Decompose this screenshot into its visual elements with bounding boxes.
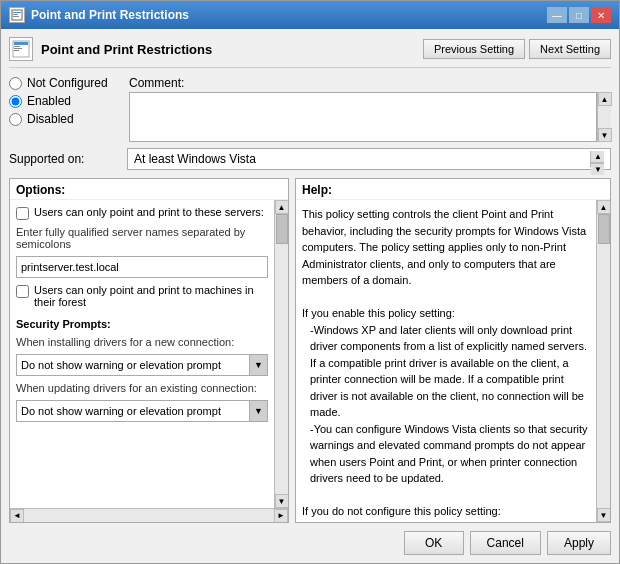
enabled-label: Enabled xyxy=(27,94,71,108)
when-updating-arrow[interactable]: ▼ xyxy=(249,401,267,421)
next-setting-button[interactable]: Next Setting xyxy=(529,39,611,59)
help-paragraph-2: If you enable this policy setting: xyxy=(302,305,590,322)
scroll-down-arrow[interactable]: ▼ xyxy=(598,128,612,142)
when-updating-value: Do not show warning or elevation prompt xyxy=(17,405,249,417)
help-content: This policy setting controls the client … xyxy=(296,200,596,522)
supported-scroll-up[interactable]: ▲ xyxy=(591,151,604,163)
help-scrollbar: ▲ ▼ xyxy=(596,200,610,522)
scroll-up-arrow[interactable]: ▲ xyxy=(598,92,612,106)
window-icon xyxy=(9,7,25,23)
when-installing-arrow[interactable]: ▼ xyxy=(249,355,267,375)
svg-rect-1 xyxy=(13,12,21,13)
content-area: Point and Print Restrictions Previous Se… xyxy=(1,29,619,563)
forest-checkbox[interactable] xyxy=(16,285,29,298)
servers-checkbox-row: Users can only point and print to these … xyxy=(16,206,268,220)
supported-scroll-down[interactable]: ▼ xyxy=(591,163,604,175)
title-controls: — □ ✕ xyxy=(547,7,611,23)
not-configured-radio[interactable] xyxy=(9,77,22,90)
forest-checkbox-row: Users can only point and print to machin… xyxy=(16,284,268,308)
when-updating-label: When updating drivers for an existing co… xyxy=(16,382,268,394)
options-scroll-down[interactable]: ▼ xyxy=(275,494,289,508)
help-scroll-thumb[interactable] xyxy=(598,214,610,244)
window-title: Point and Print Restrictions xyxy=(31,8,189,22)
servers-checkbox-label: Users can only point and print to these … xyxy=(34,206,264,218)
help-panel: Help: This policy setting controls the c… xyxy=(295,178,611,523)
not-configured-label: Not Configured xyxy=(27,76,108,90)
forest-checkbox-label: Users can only point and print to machin… xyxy=(34,284,268,308)
close-button[interactable]: ✕ xyxy=(591,7,611,23)
options-scroll-track xyxy=(275,214,288,494)
header-section: Point and Print Restrictions Previous Se… xyxy=(9,37,611,68)
svg-rect-5 xyxy=(14,42,28,45)
supported-value-text: At least Windows Vista xyxy=(134,152,256,166)
svg-rect-8 xyxy=(14,50,19,51)
when-installing-dropdown[interactable]: Do not show warning or elevation prompt … xyxy=(16,354,268,376)
dialog-title: Point and Print Restrictions xyxy=(9,37,212,61)
svg-rect-2 xyxy=(13,14,18,15)
radio-group: Not Configured Enabled Disabled xyxy=(9,76,119,126)
ok-button[interactable]: OK xyxy=(404,531,464,555)
prev-setting-button[interactable]: Previous Setting xyxy=(423,39,525,59)
help-scroll-down[interactable]: ▼ xyxy=(597,508,611,522)
footer: OK Cancel Apply xyxy=(9,523,611,555)
supported-value: At least Windows Vista ▲ ▼ xyxy=(127,148,611,170)
help-paragraph-1: This policy setting controls the client … xyxy=(302,206,590,289)
options-scrollbar: ▲ ▼ xyxy=(274,200,288,508)
help-paragraph-3: -Windows XP and later clients will only … xyxy=(302,322,590,421)
options-header: Options: xyxy=(10,179,288,200)
when-updating-dropdown[interactable]: Do not show warning or elevation prompt … xyxy=(16,400,268,422)
minimize-button[interactable]: — xyxy=(547,7,567,23)
help-header: Help: xyxy=(296,179,610,200)
options-hscroll-track xyxy=(24,509,274,522)
cancel-button[interactable]: Cancel xyxy=(470,531,541,555)
help-scroll-track xyxy=(597,214,610,508)
servers-input[interactable] xyxy=(16,256,268,278)
options-scroll-thumb[interactable] xyxy=(276,214,288,244)
security-label: Security Prompts: xyxy=(16,318,268,330)
enabled-option[interactable]: Enabled xyxy=(9,94,119,108)
options-hscroll-right[interactable]: ► xyxy=(274,509,288,523)
svg-rect-6 xyxy=(14,46,20,47)
comment-scrollbar: ▲ ▼ xyxy=(597,92,611,142)
dialog-title-text: Point and Print Restrictions xyxy=(41,42,212,57)
svg-rect-3 xyxy=(13,16,19,17)
disabled-radio[interactable] xyxy=(9,113,22,126)
help-paragraph-4: -You can configure Windows Vista clients… xyxy=(302,421,590,487)
options-panel: Options: Users can only point and print … xyxy=(9,178,289,523)
help-paragraph-5: If you do not configure this policy sett… xyxy=(302,503,590,520)
dialog-icon xyxy=(9,37,33,61)
title-bar: Point and Print Restrictions — □ ✕ xyxy=(1,1,619,29)
comment-section: Comment: ▲ ▼ xyxy=(129,76,611,142)
supported-label: Supported on: xyxy=(9,152,119,166)
servers-checkbox[interactable] xyxy=(16,207,29,220)
maximize-button[interactable]: □ xyxy=(569,7,589,23)
enabled-radio[interactable] xyxy=(9,95,22,108)
disabled-option[interactable]: Disabled xyxy=(9,112,119,126)
options-hscroll: ◄ ► xyxy=(10,508,288,522)
comment-label: Comment: xyxy=(129,76,611,90)
not-configured-option[interactable]: Not Configured xyxy=(9,76,119,90)
servers-instruction: Enter fully qualified server names separ… xyxy=(16,226,268,250)
main-window: Point and Print Restrictions — □ ✕ xyxy=(0,0,620,564)
help-paragraph-6: -Windows Vista client computers can poin… xyxy=(302,520,590,523)
help-scroll-up[interactable]: ▲ xyxy=(597,200,611,214)
radio-comment-row: Not Configured Enabled Disabled Comment:… xyxy=(9,76,611,142)
apply-button[interactable]: Apply xyxy=(547,531,611,555)
when-installing-value: Do not show warning or elevation prompt xyxy=(17,359,249,371)
options-content: Users can only point and print to these … xyxy=(10,200,274,508)
options-hscroll-left[interactable]: ◄ xyxy=(10,509,24,523)
options-outer: Users can only point and print to these … xyxy=(10,200,288,508)
supported-row: Supported on: At least Windows Vista ▲ ▼ xyxy=(9,148,611,170)
help-outer: This policy setting controls the client … xyxy=(296,200,610,522)
svg-rect-7 xyxy=(14,48,22,49)
scroll-track xyxy=(598,106,611,128)
panels-row: Options: Users can only point and print … xyxy=(9,178,611,523)
when-installing-label: When installing drivers for a new connec… xyxy=(16,336,268,348)
nav-buttons: Previous Setting Next Setting xyxy=(423,39,611,59)
disabled-label: Disabled xyxy=(27,112,74,126)
options-scroll-up[interactable]: ▲ xyxy=(275,200,289,214)
title-bar-left: Point and Print Restrictions xyxy=(9,7,189,23)
comment-textarea[interactable] xyxy=(129,92,597,142)
